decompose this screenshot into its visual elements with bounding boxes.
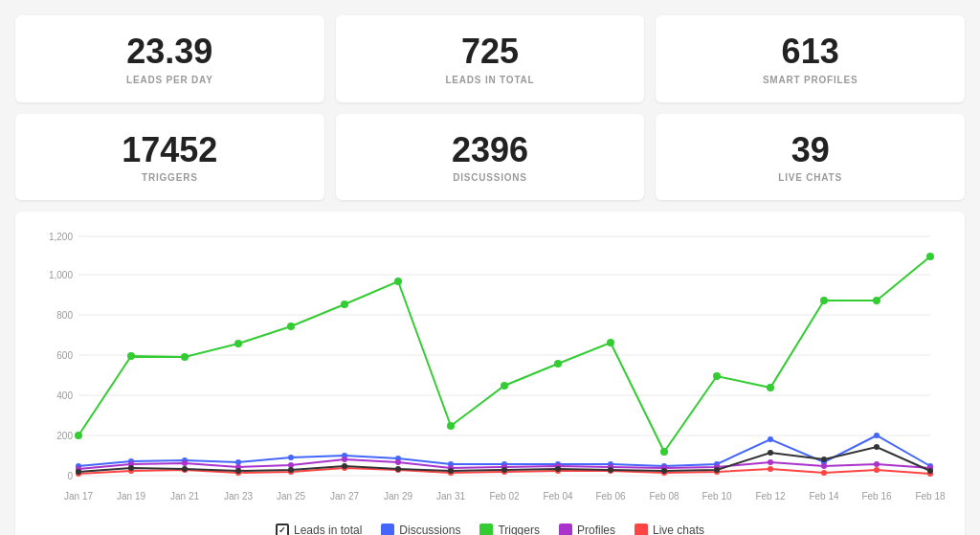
svg-point-78 [768, 459, 773, 465]
chart-svg: .grid-line { stroke: #e8e8e8; stroke-wid… [31, 227, 949, 514]
legend-label-profiles: Profiles [577, 524, 615, 535]
legend-label-live-chats: Live chats [653, 524, 704, 535]
svg-point-95 [768, 466, 773, 472]
svg-point-35 [287, 323, 295, 330]
legend-label-leads: Leads in total [294, 524, 362, 535]
svg-point-70 [342, 457, 347, 462]
svg-point-38 [447, 422, 455, 430]
svg-point-44 [767, 384, 774, 391]
legend-profiles: Profiles [559, 524, 615, 535]
stat-card-leads-in-total: 725 LEADS IN TOTAL [336, 15, 645, 102]
svg-text:Feb 18: Feb 18 [915, 491, 946, 502]
stat-label-live-chats: LIVE CHATS [675, 172, 946, 183]
stat-card-discussions: 2396 DISCUSSIONS [336, 114, 645, 201]
svg-text:Feb 16: Feb 16 [861, 491, 892, 502]
svg-point-107 [501, 467, 507, 473]
svg-text:Feb 10: Feb 10 [702, 491, 732, 502]
stat-value-leads-per-day: 23.39 [34, 33, 305, 71]
stat-card-live-chats: 39 LIVE CHATS [656, 114, 965, 201]
stat-value-discussions: 2396 [355, 131, 626, 169]
svg-point-101 [182, 466, 188, 472]
svg-point-52 [288, 455, 294, 460]
stat-value-smart-profiles: 613 [675, 33, 946, 71]
svg-point-106 [448, 468, 454, 474]
svg-point-115 [927, 468, 933, 474]
svg-point-113 [821, 457, 827, 462]
stat-label-discussions: DISCUSSIONS [355, 172, 626, 183]
svg-point-40 [554, 360, 562, 368]
svg-text:Jan 27: Jan 27 [330, 491, 359, 502]
svg-point-34 [234, 340, 242, 347]
svg-point-31 [75, 432, 82, 439]
svg-text:Jan 29: Jan 29 [384, 491, 412, 502]
svg-point-63 [874, 433, 880, 438]
chart-legend: Leads in total Discussions Triggers Prof… [31, 524, 949, 535]
svg-text:Jan 19: Jan 19 [117, 491, 145, 502]
svg-point-37 [394, 278, 402, 285]
svg-point-112 [768, 450, 773, 456]
legend-live-chats: Live chats [635, 524, 704, 535]
svg-text:400: 400 [56, 390, 73, 401]
legend-label-triggers: Triggers [498, 524, 540, 535]
svg-point-45 [820, 297, 828, 304]
svg-point-104 [342, 463, 347, 469]
stat-value-leads-in-total: 725 [355, 33, 626, 71]
stat-card-leads-per-day: 23.39 LEADS PER DAY [15, 15, 324, 102]
legend-label-discussions: Discussions [399, 524, 460, 535]
svg-point-100 [128, 465, 134, 471]
svg-point-46 [873, 297, 880, 304]
stats-grid: 23.39 LEADS PER DAY 725 LEADS IN TOTAL 6… [15, 15, 965, 200]
svg-text:Feb 14: Feb 14 [809, 491, 839, 502]
svg-point-32 [127, 352, 135, 360]
svg-point-109 [608, 467, 613, 473]
legend-icon-triggers [479, 524, 493, 535]
svg-point-80 [874, 461, 880, 467]
svg-point-43 [713, 372, 721, 380]
svg-text:1,200: 1,200 [49, 232, 73, 242]
stat-card-smart-profiles: 613 SMART PROFILES [656, 15, 965, 102]
chart-area: .grid-line { stroke: #e8e8e8; stroke-wid… [31, 227, 949, 514]
svg-point-39 [501, 382, 508, 390]
svg-text:Jan 21: Jan 21 [170, 491, 199, 502]
svg-point-103 [288, 467, 294, 473]
svg-point-96 [821, 470, 827, 476]
svg-text:Feb 12: Feb 12 [755, 491, 786, 502]
svg-point-114 [874, 444, 880, 450]
svg-text:800: 800 [56, 310, 73, 321]
legend-icon-discussions [381, 524, 394, 535]
legend-icon-live-chats [635, 524, 648, 535]
svg-text:0: 0 [67, 471, 73, 481]
svg-point-47 [926, 253, 934, 260]
svg-point-36 [341, 301, 348, 308]
svg-text:200: 200 [56, 431, 73, 441]
svg-point-67 [182, 460, 188, 466]
svg-point-97 [874, 467, 880, 473]
svg-text:600: 600 [56, 350, 73, 361]
triggers-dots [75, 253, 934, 456]
svg-text:Feb 06: Feb 06 [595, 491, 626, 502]
svg-point-102 [235, 468, 241, 474]
stat-label-triggers: TRIGGERS [34, 172, 305, 183]
svg-point-79 [821, 463, 827, 469]
svg-point-105 [395, 466, 401, 472]
legend-icon-profiles [559, 524, 572, 535]
svg-point-110 [661, 468, 667, 474]
svg-text:Jan 23: Jan 23 [224, 491, 253, 502]
stat-label-leads-in-total: LEADS IN TOTAL [355, 75, 626, 85]
svg-text:Feb 02: Feb 02 [489, 491, 520, 502]
svg-text:Feb 04: Feb 04 [543, 491, 573, 502]
triggers-line [78, 256, 930, 452]
svg-point-61 [768, 436, 773, 442]
legend-triggers: Triggers [479, 524, 540, 535]
legend-discussions: Discussions [381, 524, 460, 535]
svg-text:1,000: 1,000 [49, 270, 73, 280]
stat-card-triggers: 17452 TRIGGERS [15, 114, 324, 201]
stat-label-smart-profiles: SMART PROFILES [675, 75, 946, 85]
svg-point-99 [76, 469, 81, 475]
svg-point-33 [181, 353, 189, 361]
discussions-dots [76, 433, 933, 469]
svg-point-111 [714, 467, 720, 473]
stat-label-leads-per-day: LEADS PER DAY [34, 75, 305, 85]
svg-point-71 [395, 459, 401, 465]
stat-value-live-chats: 39 [675, 131, 946, 169]
